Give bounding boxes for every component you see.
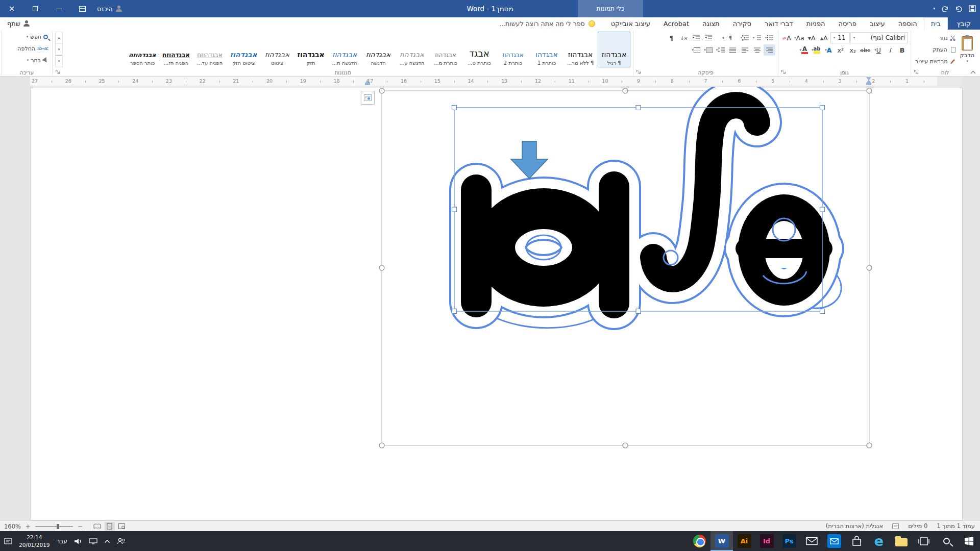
decrease-indent-button[interactable] [702, 32, 714, 43]
style-card-11[interactable]: אבגדהוזציטוט [261, 32, 293, 67]
tab-review[interactable]: סקירה [726, 17, 758, 30]
replace-button[interactable]: ab↔ac החלפה [4, 43, 50, 54]
share-button[interactable]: שתף [0, 17, 37, 30]
proofing-status-icon[interactable] [892, 523, 899, 529]
underline-dropdown-icon[interactable]: ▾ [874, 48, 876, 52]
qat-customize-dropdown-icon[interactable]: ▾ [933, 7, 935, 11]
font-color-dropdown-icon[interactable]: ▾ [799, 48, 801, 52]
text-effects-button[interactable]: A▾ [822, 44, 834, 56]
language-indicator[interactable]: אנגלית (ארצות הברית) [826, 522, 883, 530]
keyboard-language-indicator[interactable]: עבר [57, 538, 67, 545]
paragraph-dialog-launcher[interactable] [635, 69, 642, 75]
style-card-7[interactable]: אבגדהוזהדגשה ע... [396, 32, 428, 67]
tab-references[interactable]: הפניות [800, 17, 832, 30]
taskbar-photoshop-button[interactable]: Ps [778, 531, 800, 551]
repeat-icon[interactable] [941, 6, 949, 12]
hidden-icons-chevron-icon[interactable] [104, 539, 110, 543]
find-dropdown-icon[interactable]: ▾ [27, 35, 29, 39]
taskbar-outlook-mail-button[interactable] [800, 531, 823, 551]
zoom-in-button[interactable]: + [25, 523, 31, 530]
underline-button[interactable]: U▾ [872, 44, 884, 56]
layout-options-button[interactable] [361, 91, 375, 105]
select-dropdown-icon[interactable]: ▾ [27, 59, 29, 62]
style-card-2[interactable]: אבגדהוז¶ ללא מר... [564, 32, 597, 67]
taskbar-clock[interactable]: 22:14 20/01/2019 [19, 534, 50, 548]
bullets-dropdown-icon[interactable]: ▾ [765, 36, 767, 40]
numbering-button[interactable]: 12▾ [751, 32, 763, 43]
people-icon[interactable] [117, 538, 126, 544]
tell-me-box[interactable]: ספר לי מה אתה רוצה לעשות... [490, 17, 604, 30]
action-center-icon[interactable] [4, 538, 12, 544]
taskbar-illustrator-button[interactable]: Ai [733, 531, 755, 551]
text-direction-rtl-button[interactable]: ¶ [727, 32, 739, 43]
font-size-dropdown-icon[interactable]: ▾ [834, 36, 836, 40]
styles-gallery-more-icon[interactable]: ▾ [56, 55, 62, 67]
borders-button[interactable]: ▾ [690, 44, 702, 56]
taskbar-file-explorer-button[interactable] [890, 531, 913, 551]
style-card-12[interactable]: אבגדהוזציטוט חזק [227, 32, 260, 67]
borders-dropdown-icon[interactable]: ▾ [692, 48, 694, 52]
document-area[interactable] [0, 87, 980, 520]
increase-indent-button[interactable] [690, 32, 702, 43]
text-direction-ltr-button[interactable]: ¶ [715, 32, 726, 43]
collapse-ribbon-button[interactable] [969, 68, 977, 76]
zoom-slider[interactable] [35, 526, 73, 527]
word-count[interactable]: 0 מילים [908, 522, 927, 530]
taskbar-mail-app-button[interactable] [823, 531, 845, 551]
line-spacing-button[interactable]: ▾ [715, 44, 726, 56]
bold-button[interactable]: B [896, 44, 908, 56]
style-card-10[interactable]: אבגדהוזחזק [295, 32, 327, 67]
line-spacing-dropdown-icon[interactable]: ▾ [716, 48, 718, 52]
format-painter-button[interactable]: מברשת עיצוב [914, 56, 957, 66]
style-card-13[interactable]: אבגדהוזחהפניה עד... [193, 32, 226, 67]
tab-file[interactable]: קובץ [948, 17, 980, 30]
superscript-button[interactable]: x² [835, 44, 846, 56]
sort-button[interactable]: א↓ [678, 32, 690, 43]
italic-button[interactable]: I [884, 44, 896, 56]
clipboard-dialog-launcher[interactable] [913, 69, 919, 75]
select-button[interactable]: בחר ▾ [4, 55, 50, 65]
taskbar-search-button[interactable] [935, 531, 958, 551]
taskbar-task-view-button[interactable] [913, 531, 935, 551]
font-family-combo[interactable]: Calibri (גוף) ▾ [850, 32, 908, 43]
copy-button[interactable]: העתק [914, 44, 957, 55]
font-size-combo[interactable]: 11 ▾ [830, 32, 850, 43]
tab-design[interactable]: עיצוב [863, 17, 892, 30]
align-center-button[interactable] [751, 44, 763, 56]
styles-scroll-up-icon[interactable]: ▴ [56, 32, 62, 44]
down-arrow-shape[interactable] [511, 141, 548, 179]
multilevel-list-button[interactable]: ▾ [739, 32, 751, 43]
shalom-wordart-image[interactable] [0, 87, 980, 520]
tab-insert[interactable]: הוספה [892, 17, 924, 30]
show-paragraph-marks-button[interactable]: ¶ [666, 32, 677, 43]
change-case-dropdown-icon[interactable]: ▾ [794, 36, 796, 40]
clear-formatting-button[interactable]: A [781, 32, 793, 43]
read-mode-button[interactable] [92, 522, 103, 531]
change-case-button[interactable]: Aa▾ [793, 32, 805, 43]
tab-acrobat[interactable]: Acrobat [657, 17, 696, 30]
taskbar-edge-button[interactable]: e [868, 531, 890, 551]
justify-button[interactable] [727, 44, 739, 56]
taskbar-indesign-button[interactable]: Id [755, 531, 778, 551]
tab-home[interactable]: בית [924, 17, 948, 30]
undo-icon[interactable] [955, 6, 963, 12]
save-icon[interactable] [969, 5, 976, 12]
text-effects-dropdown-icon[interactable]: ▾ [825, 48, 827, 52]
display-icon[interactable] [89, 538, 97, 544]
shading-button[interactable]: ▾ [702, 44, 714, 56]
horizontal-ruler[interactable]: 2726252423222120191817161514131211109876… [30, 77, 963, 86]
tab-view[interactable]: תצוגה [696, 17, 726, 30]
style-card-3[interactable]: אבגדהוכותרת 1 [530, 32, 563, 67]
cut-button[interactable]: גזור [914, 33, 957, 43]
paste-button[interactable]: הדבק ▾ [958, 32, 976, 67]
styles-dialog-launcher[interactable] [55, 69, 61, 75]
style-card-9[interactable]: אבגדהוזהדגשה ח... [328, 32, 361, 67]
web-layout-button[interactable] [117, 522, 127, 531]
shading-dropdown-icon[interactable]: ▾ [704, 48, 706, 52]
print-layout-button[interactable] [105, 522, 115, 531]
bullets-button[interactable]: ▾ [764, 32, 775, 43]
font-family-dropdown-icon[interactable]: ▾ [853, 36, 855, 40]
style-card-1[interactable]: אבגדהוז¶ רגיל [598, 32, 630, 67]
style-card-8[interactable]: אבגדהוזהדגשה [362, 32, 395, 67]
shrink-font-button[interactable]: A▾ [806, 32, 818, 43]
